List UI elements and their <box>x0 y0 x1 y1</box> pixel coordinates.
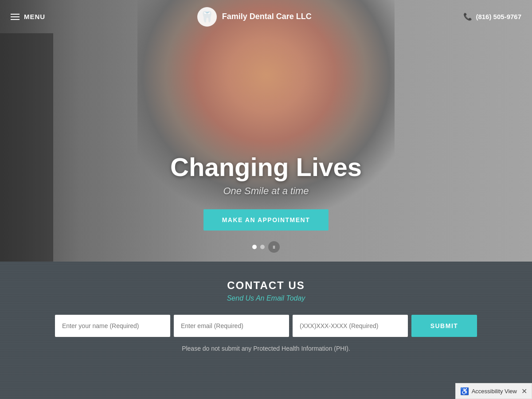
phone-number[interactable]: (816) 505-9767 <box>476 13 521 20</box>
phone-icon: 📞 <box>463 12 472 21</box>
logo-text: Family Dental Care LLC <box>222 12 312 21</box>
slide-dot-1[interactable] <box>252 245 257 249</box>
contact-title: CONTACT US <box>227 279 305 292</box>
name-input[interactable] <box>55 315 170 337</box>
hero-section: Changing Lives One Smile at a time MAKE … <box>0 0 532 262</box>
accessibility-icon: ♿ <box>460 387 469 395</box>
phone-input[interactable] <box>293 315 408 337</box>
contact-form: SUBMIT <box>55 315 477 337</box>
hamburger-icon <box>11 14 20 20</box>
menu-button[interactable]: MENU <box>11 13 45 20</box>
phi-notice: Please do not submit any Protected Healt… <box>182 345 350 352</box>
header: MENU 🦷 Family Dental Care LLC 📞 (816) 50… <box>0 0 532 33</box>
contact-subtitle: Send Us An Email Today <box>227 294 305 302</box>
slider-controls: ⏸ <box>0 241 532 253</box>
appointment-button[interactable]: MAKE AN APPOINTMENT <box>203 209 329 231</box>
pause-button[interactable]: ⏸ <box>268 241 280 253</box>
hero-subtitle: One Smile at a time <box>0 185 532 197</box>
tooth-icon: 🦷 <box>197 7 217 27</box>
hero-content: Changing Lives One Smile at a time MAKE … <box>0 152 532 231</box>
logo-area: 🦷 Family Dental Care LLC <box>197 7 312 27</box>
submit-button[interactable]: SUBMIT <box>411 315 477 337</box>
slide-dot-2[interactable] <box>260 245 265 249</box>
hero-title: Changing Lives <box>0 152 532 182</box>
accessibility-label: Accessibility View <box>472 388 517 395</box>
email-input[interactable] <box>174 315 289 337</box>
pause-icon: ⏸ <box>272 245 276 250</box>
contact-section: CONTACT US Send Us An Email Today SUBMIT… <box>0 262 532 399</box>
accessibility-bar: ♿ Accessibility View ✕ <box>455 383 532 399</box>
accessibility-close-button[interactable]: ✕ <box>521 387 527 395</box>
phone-area: 📞 (816) 505-9767 <box>463 12 521 21</box>
menu-label: MENU <box>24 13 45 20</box>
